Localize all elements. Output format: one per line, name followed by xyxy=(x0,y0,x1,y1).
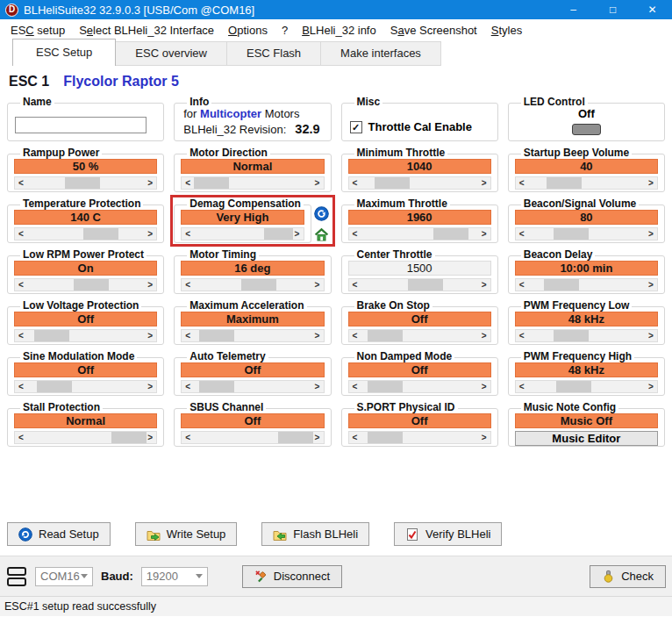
slider-track[interactable] xyxy=(194,330,311,341)
value-slider[interactable]: <> xyxy=(348,431,491,444)
slider-track[interactable] xyxy=(194,432,311,443)
slider-arrow-right-icon[interactable]: > xyxy=(144,279,156,291)
slider-track[interactable] xyxy=(361,432,478,443)
slider-thumb[interactable] xyxy=(65,177,100,189)
slider-arrow-right-icon[interactable]: > xyxy=(311,279,324,291)
slider-thumb[interactable] xyxy=(554,330,589,341)
slider-track[interactable] xyxy=(27,330,144,341)
value-slider[interactable]: <> xyxy=(14,329,157,342)
slider-arrow-left-icon[interactable]: < xyxy=(182,177,194,189)
slider-thumb[interactable] xyxy=(278,432,313,443)
close-button[interactable]: ✕ xyxy=(633,0,672,19)
slider-arrow-left-icon[interactable]: < xyxy=(182,381,194,392)
slider-arrow-left-icon[interactable]: < xyxy=(349,330,361,341)
read-setup-button[interactable]: Read Setup xyxy=(7,522,111,546)
value-slider[interactable]: <> xyxy=(515,278,658,291)
slider-arrow-left-icon[interactable]: < xyxy=(15,177,27,189)
slider-arrow-left-icon[interactable]: < xyxy=(349,432,361,443)
slider-track[interactable] xyxy=(361,279,478,291)
tab-esc-flash[interactable]: ESC Flash xyxy=(227,41,321,66)
value-slider[interactable]: <> xyxy=(348,329,491,342)
checkbox-icon[interactable]: ✓ xyxy=(350,121,362,133)
value-slider[interactable]: <> xyxy=(348,176,491,190)
slider-thumb[interactable] xyxy=(199,330,234,341)
slider-thumb[interactable] xyxy=(556,381,591,392)
slider-arrow-left-icon[interactable]: < xyxy=(516,330,528,341)
slider-arrow-left-icon[interactable]: < xyxy=(349,177,361,189)
slider-arrow-right-icon[interactable]: > xyxy=(311,177,324,189)
slider-track[interactable] xyxy=(27,279,144,291)
led-color-button[interactable] xyxy=(572,124,601,135)
com-port-select[interactable]: COM16 xyxy=(35,567,93,586)
slider-track[interactable] xyxy=(194,279,311,291)
slider-arrow-right-icon[interactable]: > xyxy=(478,330,490,341)
menu-item-esc-setup[interactable]: ESC setup xyxy=(4,21,72,39)
slider-arrow-right-icon[interactable]: > xyxy=(645,330,657,341)
slider-track[interactable] xyxy=(27,381,144,392)
slider-thumb[interactable] xyxy=(264,228,293,240)
check-button[interactable]: Check xyxy=(590,565,666,588)
flash-blheli-button[interactable]: Flash BLHeli xyxy=(261,522,369,546)
name-input[interactable] xyxy=(15,117,147,133)
slider-track[interactable] xyxy=(528,330,645,341)
slider-arrow-left-icon[interactable]: < xyxy=(349,228,361,240)
slider-thumb[interactable] xyxy=(547,177,582,189)
slider-thumb[interactable] xyxy=(34,330,69,341)
slider-arrow-right-icon[interactable]: > xyxy=(311,330,324,341)
slider-track[interactable] xyxy=(361,177,478,189)
home-icon[interactable] xyxy=(314,227,329,242)
value-slider[interactable]: <> xyxy=(14,380,157,393)
slider-arrow-right-icon[interactable]: > xyxy=(478,228,490,240)
slider-thumb[interactable] xyxy=(199,381,234,392)
slider-arrow-left-icon[interactable]: < xyxy=(182,330,194,341)
slider-arrow-left-icon[interactable]: < xyxy=(516,279,528,291)
slider-thumb[interactable] xyxy=(544,279,579,291)
slider-thumb[interactable] xyxy=(37,381,72,392)
disconnect-button[interactable]: Disconnect xyxy=(242,565,342,588)
slider-track[interactable] xyxy=(194,177,311,189)
slider-thumb[interactable] xyxy=(83,228,118,240)
tab-esc-setup[interactable]: ESC Setup xyxy=(12,39,116,66)
value-slider[interactable]: <> xyxy=(181,380,324,393)
value-slider[interactable]: <> xyxy=(181,227,304,240)
value-slider[interactable]: <> xyxy=(181,278,324,291)
menu-item-[interactable]: ? xyxy=(275,21,295,39)
value-slider[interactable]: <> xyxy=(181,431,324,444)
slider-arrow-right-icon[interactable]: > xyxy=(144,381,156,392)
throttle-cal-checkbox-row[interactable]: ✓Throttle Cal Enable xyxy=(350,120,497,133)
slider-thumb[interactable] xyxy=(408,279,443,291)
verify-blheli-button[interactable]: Verify BLHeli xyxy=(394,522,502,546)
slider-track[interactable] xyxy=(27,228,144,240)
minimize-button[interactable]: – xyxy=(554,0,593,19)
maximize-button[interactable]: □ xyxy=(593,0,633,19)
slider-arrow-right-icon[interactable]: > xyxy=(478,432,490,443)
slider-thumb[interactable] xyxy=(554,228,589,240)
slider-arrow-left-icon[interactable]: < xyxy=(516,228,528,240)
slider-thumb[interactable] xyxy=(433,228,468,240)
slider-arrow-left-icon[interactable]: < xyxy=(349,381,361,392)
value-slider[interactable]: <> xyxy=(181,329,324,342)
menu-item-save-screenshot[interactable]: Save Screenshot xyxy=(383,21,484,39)
value-slider[interactable]: <> xyxy=(14,176,157,190)
value-slider[interactable]: <> xyxy=(515,329,658,342)
slider-thumb[interactable] xyxy=(194,177,229,189)
value-slider[interactable]: <> xyxy=(348,278,491,291)
slider-arrow-left-icon[interactable]: < xyxy=(15,228,27,240)
slider-arrow-right-icon[interactable]: > xyxy=(645,279,657,291)
slider-arrow-right-icon[interactable]: > xyxy=(645,381,657,392)
value-slider[interactable]: <> xyxy=(181,176,324,190)
value-slider[interactable]: <> xyxy=(348,227,491,240)
value-slider[interactable]: <> xyxy=(14,431,157,444)
value-slider[interactable]: <> xyxy=(515,380,658,393)
slider-track[interactable] xyxy=(361,228,478,240)
slider-arrow-left-icon[interactable]: < xyxy=(15,432,27,443)
slider-track[interactable] xyxy=(194,228,290,240)
slider-track[interactable] xyxy=(528,381,645,392)
slider-arrow-right-icon[interactable]: > xyxy=(478,381,490,392)
slider-arrow-right-icon[interactable]: > xyxy=(144,228,156,240)
slider-track[interactable] xyxy=(27,432,144,443)
value-slider[interactable]: <> xyxy=(14,278,157,291)
slider-thumb[interactable] xyxy=(375,177,410,189)
undo-icon[interactable] xyxy=(314,206,329,221)
slider-thumb[interactable] xyxy=(74,279,109,291)
